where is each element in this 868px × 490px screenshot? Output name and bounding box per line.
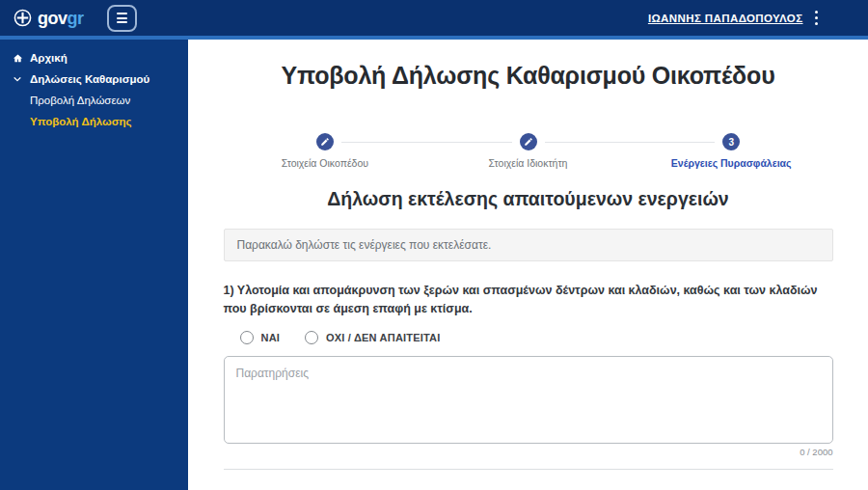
info-message: Παρακαλώ δηλώστε τις ενέργειες που εκτελ… [224,229,833,261]
sidebar-item-submit-declaration[interactable]: Υποβολή Δήλωσης [0,112,188,131]
step-label: Στοιχεία Ιδιοκτήτη [489,157,568,169]
app-header: govgr ΙΩΑΝΝΗΣ ΠΑΠΑΔΟΠΟΥΛΟΣ [0,0,868,36]
kebab-menu-icon[interactable] [813,9,821,28]
header-user-area: ΙΩΑΝΝΗΣ ΠΑΠΑΔΟΠΟΥΛΟΣ [648,9,820,28]
radio-circle[interactable] [305,331,318,344]
sidebar-item-declarations-group[interactable]: Δηλώσεις Καθαρισμού [0,69,188,89]
radio-circle[interactable] [240,331,254,344]
logo-gov: gov [38,9,68,28]
step-plot-details: Στοιχεία Οικοπέδου [224,133,427,169]
step-fire-safety-actions: 3 Ενέργειες Πυρασφάλειας [630,133,833,169]
greek-emblem-icon [14,9,32,27]
edit-icon [320,137,330,147]
stepper: Στοιχεία Οικοπέδου Στοιχεία Ιδιοκτήτη 3 … [224,133,833,169]
step-owner-details: Στοιχεία Ιδιοκτήτη [426,133,630,169]
remarks-textarea[interactable] [224,356,833,444]
edit-icon [524,137,533,147]
sidebar-item-label: Προβολή Δηλώσεων [30,95,130,106]
logo-text: govgr [38,10,84,27]
page-title: Υποβολή Δήλωσης Καθαρισμού Οικοπέδου [224,62,833,90]
step-number-indicator: 3 [722,133,740,150]
radio-label: ΝΑΙ [261,332,281,343]
step-completed-indicator [520,133,537,150]
radio-option-no-not-required[interactable]: ΟΧΙ / ΔΕΝ ΑΠΑΙΤΕΙΤΑΙ [305,331,440,344]
sidebar: Αρχική Δηλώσεις Καθαρισμού Προβολή Δηλώσ… [0,40,188,490]
govgr-logo[interactable]: govgr [14,9,84,27]
step-label: Ενέργειες Πυρασφάλειας [671,157,792,169]
sidebar-item-label: Υποβολή Δήλωσης [30,116,132,127]
sidebar-item-label: Δηλώσεις Καθαρισμού [30,73,149,85]
section-divider [224,469,833,470]
main-content: Υποβολή Δήλωσης Καθαρισμού Οικοπέδου Στο… [188,40,868,490]
question-1-options: ΝΑΙ ΟΧΙ / ΔΕΝ ΑΠΑΙΤΕΙΤΑΙ [224,331,833,344]
radio-label: ΟΧΙ / ΔΕΝ ΑΠΑΙΤΕΙΤΑΙ [326,332,440,343]
menu-toggle-button[interactable] [107,5,137,32]
question-1-text: 1) Υλοτομία και απομάκρυνση των ξερών κα… [224,282,833,318]
app-window: govgr ΙΩΑΝΝΗΣ ΠΑΠΑΔΟΠΟΥΛΟΣ Αρχική [0,0,868,490]
sidebar-item-label: Αρχική [30,52,68,64]
home-icon [12,53,23,64]
user-menu-link[interactable]: ΙΩΑΝΝΗΣ ΠΑΠΑΔΟΠΟΥΛΟΣ [648,13,803,24]
step-completed-indicator [316,133,334,150]
char-counter: 0 / 2000 [224,447,833,457]
radio-option-yes[interactable]: ΝΑΙ [240,331,281,344]
hamburger-icon [117,13,127,14]
chevron-down-icon [12,74,23,84]
section-title: Δήλωση εκτέλεσης απαιτούμενων ενεργειών [224,188,833,210]
sidebar-item-view-declarations[interactable]: Προβολή Δηλώσεων [0,91,188,110]
sidebar-item-home[interactable]: Αρχική [0,48,188,68]
step-label: Στοιχεία Οικοπέδου [282,157,368,169]
logo-gr: gr [68,9,84,28]
